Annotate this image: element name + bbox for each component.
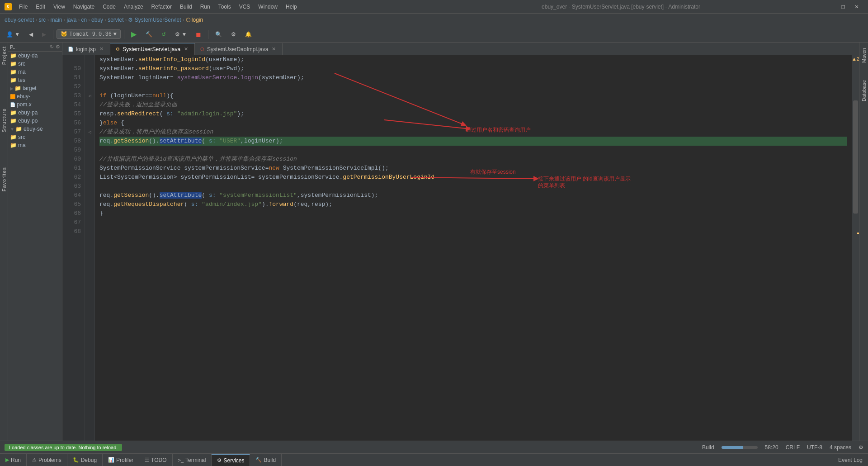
warning-scrollbar[interactable]: ▲2 (852, 55, 859, 441)
code-line-66: } (99, 209, 847, 218)
profiler-icon: 📊 (108, 457, 114, 463)
settings-btn[interactable]: ⚙ (227, 30, 240, 39)
close-button[interactable]: ✕ (850, 0, 863, 14)
toolbar-profile-btn[interactable]: 👤 ▼ (3, 30, 24, 39)
bottom-tab-build[interactable]: 🔨 Build (250, 454, 282, 466)
toolbar-sep1 (53, 30, 53, 39)
favorites-tab[interactable]: Favorites (0, 163, 8, 195)
ln-62: 62 (62, 173, 81, 182)
tab-close-servlet[interactable]: ✕ (183, 46, 189, 52)
tab-systemuserdaoimpl[interactable]: ⬡ SystemUserDaoImpl.java ✕ (195, 43, 283, 55)
line-col-info[interactable]: 58:20 (765, 444, 778, 451)
minimize-button[interactable]: — (823, 0, 836, 14)
stop-button[interactable]: ◼ (192, 29, 205, 39)
tree-target[interactable]: ▶📁target (8, 84, 62, 92)
tab-close-dao[interactable]: ✕ (271, 46, 277, 52)
event-log-btn[interactable]: Event Log (833, 457, 868, 463)
bottom-tab-profiler[interactable]: 📊 Profiler (103, 454, 139, 466)
menu-tools[interactable]: Tools (215, 3, 235, 11)
bottom-tab-debug[interactable]: 🐛 Debug (67, 454, 103, 466)
tree-ebuy-se[interactable]: ▼📁ebuy-se (8, 125, 62, 133)
code-content[interactable]: systemUser.setUserInfo_loginId(userName)… (95, 55, 852, 441)
warning-count-badge[interactable]: ▲2 (852, 55, 859, 62)
project-tab[interactable]: Project (0, 43, 8, 68)
menu-view[interactable]: View (50, 3, 69, 11)
tree-ebuy-pa[interactable]: 📁ebuy-pa (8, 109, 62, 117)
app-icon: e (5, 3, 12, 10)
scroll-thumb[interactable] (853, 100, 858, 214)
tab-label-login: login.jsp (76, 46, 96, 52)
build-progress-bar (722, 446, 758, 449)
tree-main[interactable]: 📁ma (8, 68, 62, 76)
bottom-tab-problems[interactable]: ⚠ Problems (27, 454, 67, 466)
bottom-tab-services[interactable]: ⚙ Services (212, 454, 250, 466)
menu-navigate[interactable]: Navigate (70, 3, 98, 11)
tree-se-main[interactable]: 📁ma (8, 141, 62, 149)
tab-bar: 📄 login.jsp ✕ ⚙ SystemUserServlet.java ✕… (62, 43, 859, 55)
breadcrumb-servlet-class[interactable]: ⚙ SystemUserServlet (128, 17, 181, 23)
breadcrumb-java[interactable]: java (66, 17, 76, 23)
menu-build[interactable]: Build (176, 3, 196, 11)
indent-info[interactable]: 4 spaces (830, 444, 851, 451)
bottom-tab-todo[interactable]: ☰ TODO (139, 454, 172, 466)
bottom-tab-run[interactable]: ▶ Run (0, 454, 27, 466)
menu-vcs[interactable]: VCS (236, 3, 254, 11)
menu-refactor[interactable]: Refactor (148, 3, 175, 11)
code-line-53: if (loginUser==null){ (99, 91, 847, 100)
menu-run[interactable]: Run (197, 3, 214, 11)
reload-btn[interactable]: ↺ (158, 30, 170, 39)
menu-help[interactable]: Help (282, 3, 301, 11)
code-editor[interactable]: 50 51 52 53 54 55 56 57 58 59 60 61 62 6… (62, 55, 859, 441)
breadcrumb-cn[interactable]: cn (81, 17, 87, 23)
scroll-track[interactable] (852, 62, 859, 441)
tab-icon-login: 📄 (68, 47, 73, 52)
line-ending[interactable]: CRLF (786, 444, 800, 451)
database-tab[interactable]: Database (860, 76, 868, 105)
run-label: Run (11, 457, 21, 463)
tree-ebuy-po[interactable]: 📁ebuy-po (8, 117, 62, 125)
code-line-64: req.getSession().setAttribute( s: "syste… (99, 191, 847, 200)
tree-src[interactable]: 📁src (8, 60, 62, 68)
breadcrumb-ebuy-servlet[interactable]: ebuy-servlet (5, 17, 34, 23)
menu-window[interactable]: Window (255, 3, 281, 11)
breadcrumb-ebuy[interactable]: ebuy (91, 17, 103, 23)
warning-marker-1 (857, 233, 859, 234)
sync-icon[interactable]: ↻ (50, 44, 54, 50)
services-icon: ⚙ (217, 457, 222, 463)
breadcrumb-main[interactable]: main (50, 17, 62, 23)
menu-edit[interactable]: Edit (32, 3, 49, 11)
menu-code[interactable]: Code (99, 3, 119, 11)
tree-pom[interactable]: 📄pom.x (8, 100, 62, 109)
more-run-btn[interactable]: ⚙ ▼ (171, 30, 190, 39)
code-line-50: systemUser.setUserinfo_password(userPwd)… (99, 64, 847, 73)
notifications-btn[interactable]: 🔔 (241, 30, 255, 39)
build-project-btn[interactable]: 🔨 (142, 30, 156, 39)
tab-systemuserservlet[interactable]: ⚙ SystemUserServlet.java ✕ (110, 43, 195, 55)
breadcrumb-servlet[interactable]: servlet (108, 17, 123, 23)
line-numbers: 50 51 52 53 54 55 56 57 58 59 60 61 62 6… (62, 55, 85, 441)
run-button[interactable]: ▶ (127, 29, 140, 40)
code-line-65: req.getRequestDispatcher( s: "admin/inde… (99, 200, 847, 209)
search-everywhere-btn[interactable]: 🔍 (212, 30, 226, 39)
toolbar-forward-btn[interactable]: ▶ (38, 30, 50, 39)
toolbar-back-btn[interactable]: ◀ (25, 30, 37, 39)
settings-icon[interactable]: ⚙ (56, 44, 60, 50)
maximize-button[interactable]: ❐ (836, 0, 850, 14)
tab-login-jsp[interactable]: 📄 login.jsp ✕ (62, 43, 110, 55)
menu-file[interactable]: File (15, 3, 31, 11)
menu-analyze[interactable]: Analyze (120, 3, 147, 11)
tree-ebuy-da[interactable]: 📁ebuy-da (8, 52, 62, 60)
debug-label: Debug (81, 457, 97, 463)
encoding[interactable]: UTF-8 (807, 444, 822, 451)
settings-icon-status[interactable]: ⚙ (859, 444, 863, 451)
maven-tab[interactable]: Maven (860, 44, 868, 67)
tab-close-login[interactable]: ✕ (99, 46, 104, 52)
tomcat-selector[interactable]: 🐱 Tomcat 9.0.36 ▼ (57, 29, 121, 39)
tree-tes[interactable]: 📁tes (8, 76, 62, 84)
structure-tab[interactable]: Structure (0, 105, 8, 136)
breadcrumb-method[interactable]: ⬡ login (186, 17, 203, 23)
breadcrumb-src[interactable]: src (38, 17, 46, 23)
bottom-tab-terminal[interactable]: >_ Terminal (173, 454, 212, 466)
tree-se-src[interactable]: 📁src (8, 133, 62, 141)
tree-ebuy-jar[interactable]: 🟧ebuy- (8, 92, 62, 100)
